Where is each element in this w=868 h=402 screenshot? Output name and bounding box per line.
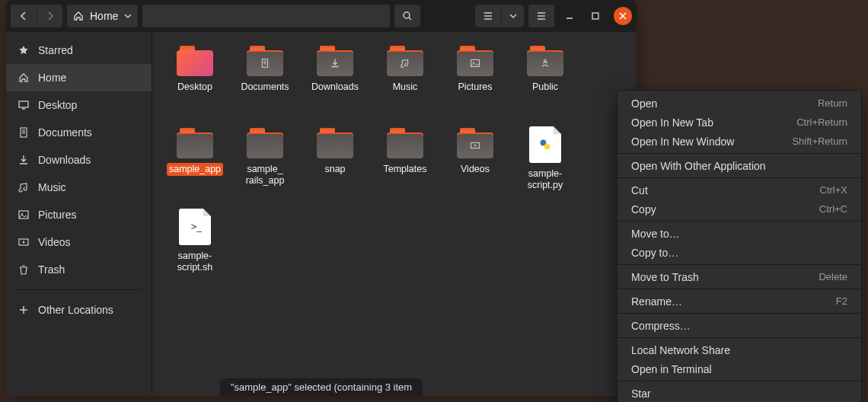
grid-item[interactable]: Pictures xyxy=(440,43,510,125)
context-menu-item[interactable]: Open in Terminal xyxy=(617,359,861,378)
context-menu-shortcut: Delete xyxy=(819,271,847,282)
sidebar-item-label: Starred xyxy=(38,44,73,56)
grid-item[interactable]: Desktop xyxy=(160,43,230,125)
titlebar: Home xyxy=(6,0,637,32)
forward-button[interactable] xyxy=(37,5,62,27)
pictures-icon xyxy=(18,209,30,220)
view-list-button[interactable] xyxy=(475,5,501,27)
sidebar-item-label: Downloads xyxy=(38,154,91,166)
context-menu-label: Compress… xyxy=(631,320,691,332)
sidebar-item-videos[interactable]: Videos xyxy=(6,228,152,256)
grid-item[interactable]: sample_​app xyxy=(160,125,230,207)
grid-item[interactable]: Templates xyxy=(370,125,440,207)
status-text: "sample_app" selected (containing 3 item xyxy=(231,381,412,393)
context-menu-item[interactable]: Copy to… xyxy=(617,243,861,262)
context-menu-item[interactable]: Open With Other Application xyxy=(617,156,861,175)
sidebar: StarredHomeDesktopDocumentsDownloadsMusi… xyxy=(6,32,152,396)
context-menu-item[interactable]: OpenReturn xyxy=(617,94,861,113)
sidebar-item-music[interactable]: Music xyxy=(6,174,152,201)
grid-item[interactable]: >_sample-script.sh xyxy=(160,207,230,289)
grid-item-label: sample-script.sh xyxy=(161,250,228,274)
grid-item[interactable]: snap xyxy=(300,125,370,207)
status-bar: "sample_app" selected (containing 3 item xyxy=(220,378,423,396)
location-entry[interactable] xyxy=(142,5,390,27)
view-options-button[interactable] xyxy=(501,5,524,27)
context-menu-item[interactable]: Move to… xyxy=(617,224,861,243)
context-menu-item[interactable]: CopyCtrl+C xyxy=(617,199,861,219)
context-menu: OpenReturnOpen In New TabCtrl+ReturnOpen… xyxy=(617,90,862,402)
grid-item[interactable]: Downloads xyxy=(300,43,370,125)
grid-item-label: Templates xyxy=(381,163,429,176)
context-menu-label: Move to Trash xyxy=(631,271,699,283)
sidebar-item-trash[interactable]: Trash xyxy=(6,256,152,283)
plus-icon xyxy=(18,305,30,315)
sidebar-item-other-locations[interactable]: Other Locations xyxy=(6,296,152,324)
grid-item[interactable]: Music xyxy=(370,43,440,125)
sidebar-item-label: Trash xyxy=(38,263,65,276)
svg-rect-3 xyxy=(19,101,28,107)
sidebar-item-desktop[interactable]: Desktop xyxy=(6,91,152,119)
grid-item-label: sample-script.py xyxy=(512,168,579,192)
svg-point-1 xyxy=(483,13,484,14)
svg-rect-9 xyxy=(471,60,480,67)
grid-item[interactable]: Documents xyxy=(230,43,300,125)
context-menu-item[interactable]: Star xyxy=(617,384,861,402)
context-menu-item[interactable]: Local Network Share xyxy=(617,340,861,359)
grid-item[interactable]: sample_​rails_app xyxy=(230,125,300,207)
svg-rect-5 xyxy=(19,211,28,219)
sidebar-item-starred[interactable]: Starred xyxy=(6,37,152,64)
minimize-button[interactable] xyxy=(559,5,580,27)
context-menu-item[interactable]: Move to TrashDelete xyxy=(617,267,861,286)
sidebar-item-home[interactable]: Home xyxy=(6,64,152,91)
svg-rect-8 xyxy=(262,59,267,68)
grid-item-label: sample_​rails_app xyxy=(231,163,298,187)
context-menu-label: Open In New Window xyxy=(631,136,734,148)
svg-point-14 xyxy=(544,144,550,150)
sidebar-item-label: Videos xyxy=(38,236,71,248)
file-icon xyxy=(529,126,561,163)
folder-icon xyxy=(177,46,213,76)
grid-item[interactable]: Public xyxy=(510,43,580,125)
folder-icon xyxy=(317,128,353,158)
context-menu-item[interactable]: Compress… xyxy=(617,316,861,335)
folder-icon xyxy=(457,128,493,158)
grid-item[interactable]: Videos xyxy=(440,125,510,207)
context-menu-item[interactable]: CutCtrl+X xyxy=(617,180,861,199)
folder-icon xyxy=(387,46,423,76)
close-button[interactable] xyxy=(614,7,632,25)
sidebar-item-downloads[interactable]: Downloads xyxy=(6,146,152,174)
file-grid[interactable]: DesktopDocumentsDownloadsMusicPicturesPu… xyxy=(152,32,637,396)
sidebar-item-documents[interactable]: Documents xyxy=(6,119,152,146)
home-icon xyxy=(73,11,84,21)
svg-point-0 xyxy=(404,12,410,18)
sidebar-item-pictures[interactable]: Pictures xyxy=(6,201,152,228)
svg-text:>_: >_ xyxy=(191,221,202,232)
context-menu-label: Copy to… xyxy=(631,247,678,259)
svg-point-11 xyxy=(544,59,547,62)
svg-rect-4 xyxy=(21,128,27,137)
folder-icon xyxy=(317,46,353,76)
context-menu-item[interactable]: Open In New TabCtrl+Return xyxy=(617,113,861,132)
path-bar[interactable]: Home xyxy=(67,5,138,27)
folder-icon xyxy=(177,128,213,158)
grid-item[interactable]: sample-script.py xyxy=(510,125,580,207)
search-button[interactable] xyxy=(394,5,420,27)
context-menu-label: Open With Other Application xyxy=(631,160,766,172)
context-menu-label: Local Network Share xyxy=(631,344,730,356)
file-icon: >_ xyxy=(179,209,211,245)
star-icon xyxy=(18,45,30,56)
context-menu-shortcut: Ctrl+X xyxy=(820,184,847,196)
maximize-button[interactable] xyxy=(585,5,606,27)
hamburger-menu-button[interactable] xyxy=(528,5,554,27)
context-menu-label: Rename… xyxy=(631,295,682,308)
folder-icon xyxy=(387,128,423,158)
context-menu-item[interactable]: Rename…F2 xyxy=(617,292,861,311)
context-menu-label: Open in Terminal xyxy=(631,363,712,375)
context-menu-shortcut: Ctrl+C xyxy=(819,203,847,215)
context-menu-item[interactable]: Open In New WindowShift+Return xyxy=(617,132,861,151)
music-icon xyxy=(18,182,30,193)
sidebar-item-label: Documents xyxy=(38,126,92,139)
back-button[interactable] xyxy=(11,5,37,27)
grid-item-label: Videos xyxy=(458,163,492,176)
folder-icon xyxy=(457,46,493,76)
